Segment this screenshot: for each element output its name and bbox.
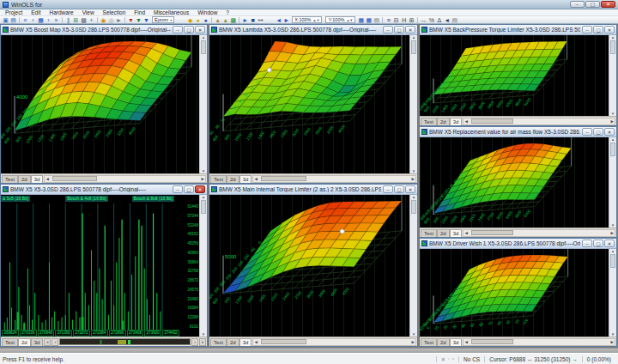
child-window-titlebar[interactable]: BMW X5 Boost Map X5-3.0SD 286.LPS 500778… xyxy=(1,25,207,35)
expand-icon[interactable]: ⊞ xyxy=(408,16,415,24)
view-tab-3d[interactable]: 3d xyxy=(450,229,463,237)
scroll-down-icon[interactable]: ▼ xyxy=(412,332,415,337)
close-button[interactable]: ✕ xyxy=(195,185,205,193)
menu-item-edit[interactable]: Edit xyxy=(27,9,45,16)
scroll-down-icon[interactable]: ▼ xyxy=(202,169,205,173)
previous-version-icon[interactable]: ‹ xyxy=(29,16,37,24)
view-tab-3d[interactable]: 3d xyxy=(239,175,252,183)
jump-offset-icon[interactable]: ↦ xyxy=(257,16,264,24)
maximize-button[interactable]: ▢ xyxy=(593,26,603,33)
bookmark-icon[interactable]: ◆ xyxy=(186,16,194,24)
vertical-scrollbar[interactable]: ▲▼ xyxy=(609,137,616,228)
last-version-icon[interactable]: » xyxy=(52,16,60,24)
close-button[interactable]: ✕ xyxy=(601,1,615,8)
version-list-icon[interactable]: ▦ xyxy=(37,16,45,24)
original-compare-icon[interactable]: ◄ xyxy=(443,16,451,24)
map-marker-green-icon[interactable]: ▼ xyxy=(135,16,142,24)
scroll-down-icon[interactable]: ▼ xyxy=(202,332,205,337)
record-icon[interactable]: ◉ xyxy=(100,16,107,24)
view-tab-2d[interactable]: 2d xyxy=(18,338,31,346)
project-properties-icon[interactable]: ▣ xyxy=(2,16,9,24)
maximize-button[interactable]: ▢ xyxy=(593,128,603,136)
maximize-button[interactable]: ▢ xyxy=(394,185,404,193)
view-tab-text[interactable]: Text xyxy=(421,118,437,125)
close-button[interactable]: ✕ xyxy=(604,240,615,247)
marker-yellow-icon[interactable]: ● xyxy=(194,16,202,24)
x-zoom-spinner[interactable]: X:100%▲▼ xyxy=(292,16,322,23)
view-tab-3d[interactable]: 3d xyxy=(450,118,463,125)
stop-toggle-icon[interactable]: ■ xyxy=(249,16,257,24)
first-version-icon[interactable]: « xyxy=(21,16,29,24)
scroll-right-icon[interactable]: ▶ xyxy=(201,177,205,181)
view-tab-3d[interactable]: 3d xyxy=(31,175,44,183)
minimize-button[interactable]: – xyxy=(173,26,183,33)
scroll-right-icon[interactable]: ▶ xyxy=(411,340,415,344)
split-view-icon[interactable]: ∥ xyxy=(64,16,72,24)
view-2d-icon[interactable]: ▦ xyxy=(357,16,365,24)
close-button[interactable]: ✕ xyxy=(405,26,415,33)
maximize-button[interactable]: ▢ xyxy=(593,240,603,247)
map-name-label[interactable]: Bosch & 4x8 (16 Bit) xyxy=(65,196,108,202)
view-tab-2d[interactable]: 2d xyxy=(437,229,450,237)
vertical-scrollbar[interactable]: ▲▼ xyxy=(409,35,417,173)
minimize-button[interactable]: – xyxy=(570,1,585,8)
hex-display-icon[interactable]: H xyxy=(400,16,408,24)
close-button[interactable]: ✕ xyxy=(604,26,615,33)
menu-item-[interactable]: ? xyxy=(221,9,233,16)
view-tab-text[interactable]: Text xyxy=(2,175,18,183)
close-button[interactable]: ✕ xyxy=(405,185,415,193)
map-marker-red-icon[interactable]: ▼ xyxy=(127,16,135,24)
vertical-scrollbar[interactable]: ▲▼ xyxy=(609,249,616,337)
minimize-button[interactable]: – xyxy=(173,185,183,193)
vertical-scrollbar[interactable]: ▲▼ xyxy=(199,35,207,173)
view-tab-3d[interactable]: 3d xyxy=(450,338,463,346)
scroll-down-icon[interactable]: ▼ xyxy=(611,223,615,228)
minimize-button[interactable]: – xyxy=(582,128,592,136)
scroll-left-icon[interactable]: ◀ xyxy=(253,177,258,181)
y-zoom-spinner[interactable]: Y:100%▲▼ xyxy=(325,16,355,23)
eprom-dropdown[interactable]: Eprom▾ xyxy=(152,16,174,23)
view-tab-2d[interactable]: 2d xyxy=(227,338,239,346)
grid-zoom-icon[interactable]: ⊞ xyxy=(72,16,80,24)
minimize-button[interactable]: – xyxy=(582,240,592,247)
menu-item-view[interactable]: View xyxy=(78,9,99,16)
view-text-icon[interactable]: ▤ xyxy=(373,16,380,24)
surface-chart-airmass[interactable]: 6009001200150018002100240027003000340038… xyxy=(420,137,609,228)
minimize-button[interactable]: – xyxy=(582,26,592,33)
surface-chart-boost-map[interactable]: 6008001000120014001600180020002400280032… xyxy=(1,35,199,173)
run-icon[interactable]: ► xyxy=(115,16,123,24)
pan-right-icon[interactable]: ► xyxy=(282,16,290,24)
view-tab-3d[interactable]: 3d xyxy=(239,338,252,346)
menu-item-selection[interactable]: Selection xyxy=(99,9,130,16)
surface-chart-backpressure[interactable]: 6001000140018002200260030003400380042004… xyxy=(420,35,609,116)
view-tab-2d[interactable]: 2d xyxy=(437,338,450,346)
horizontal-scrollbar[interactable]: ◀▶ xyxy=(463,118,615,125)
checksum-icon[interactable]: ◎ xyxy=(107,16,115,24)
scroll-right-icon[interactable]: ▶ xyxy=(610,119,615,124)
maximize-button[interactable]: ▢ xyxy=(585,1,600,8)
menu-item-window[interactable]: Window xyxy=(193,9,221,16)
scroll-left-icon[interactable]: ◀ xyxy=(464,340,468,344)
view-tab-text[interactable]: Text xyxy=(421,338,437,346)
vertical-scrollbar[interactable]: ▲▼ xyxy=(609,35,616,116)
horizontal-scrollbar[interactable]: ◀▶ xyxy=(44,175,206,183)
scroll-left-icon[interactable]: ◀ xyxy=(464,231,468,235)
play-toggle-icon[interactable]: ► xyxy=(241,16,249,24)
view-tab-text[interactable]: Text xyxy=(421,229,437,237)
hex-plot[interactable]: & 5x5 (16 Bit)Bosch & 4x8 (16 Bit)Bosch … xyxy=(1,195,180,337)
child-window-titlebar[interactable]: BMW X5 BackPressure Torque Limiter X5-3.… xyxy=(420,25,616,35)
marker-blue-icon[interactable]: ● xyxy=(202,16,209,24)
maximize-button[interactable]: ▢ xyxy=(394,26,404,33)
view-tab-2d[interactable]: 2d xyxy=(18,175,31,183)
notes-icon[interactable]: ▤ xyxy=(451,16,458,24)
child-window-titlebar[interactable]: BMW X5 Driver Wish 1 X5-3.0SD 286.LPS 50… xyxy=(420,239,616,249)
view-tab-text[interactable]: Text xyxy=(210,175,227,183)
scroll-down-icon[interactable]: ▼ xyxy=(611,332,615,337)
menu-item-project[interactable]: Project xyxy=(1,9,27,16)
surface-chart-torque-limiter[interactable]: 6009001200150018002100240027003000340038… xyxy=(209,195,409,337)
map-pack-icon[interactable]: ▩ xyxy=(229,16,237,24)
close-button[interactable]: ✕ xyxy=(195,26,205,33)
map-name-label[interactable]: & 5x5 (16 Bit) xyxy=(1,196,30,202)
scroll-left-icon[interactable]: ◀ xyxy=(253,340,258,344)
view-tab-2d[interactable]: 2d xyxy=(437,118,450,125)
